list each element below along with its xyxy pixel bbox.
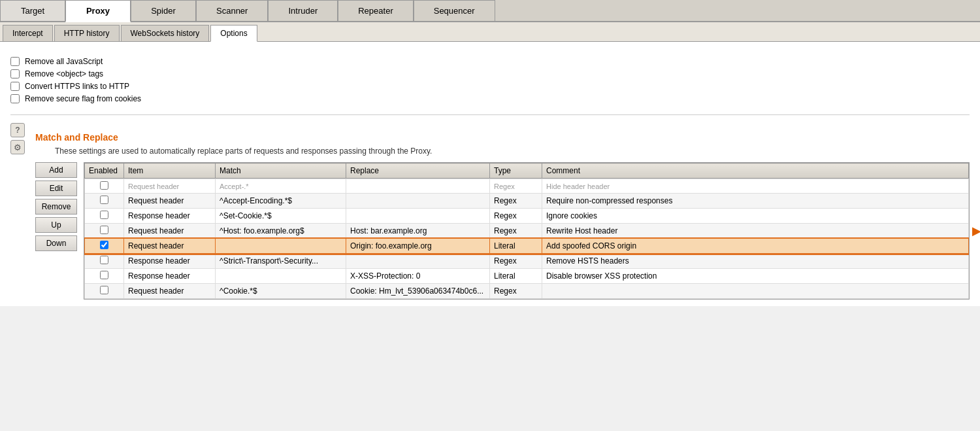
cell-type: Regex: [490, 254, 542, 269]
main-content: Remove all JavaScript Remove <object> ta…: [0, 42, 980, 306]
table-row-selected[interactable]: Request header Origin: foo.example.org L…: [85, 239, 969, 254]
cell-replace: [346, 194, 490, 209]
tab-scanner[interactable]: Scanner: [196, 0, 268, 21]
checkbox-convert-https-row: Convert HTTPS links to HTTP: [10, 82, 970, 91]
cell-comment: Rewrite Host header: [542, 224, 969, 239]
cell-enabled: [85, 269, 124, 284]
cell-match: [216, 269, 346, 284]
checkbox-row3[interactable]: [100, 241, 108, 249]
subtab-intercept[interactable]: Intercept: [3, 25, 53, 41]
col-header-enabled: Enabled: [85, 164, 124, 179]
checkbox-row6[interactable]: [100, 286, 108, 294]
checkbox-convert-https-label: Convert HTTPS links to HTTP: [25, 82, 129, 91]
subtab-websockets-history[interactable]: WebSockets history: [121, 25, 210, 41]
table-row[interactable]: Request header ^Host: foo.example.org$ H…: [85, 224, 969, 239]
cell-enabled: [85, 224, 124, 239]
cell-match: ^Host: foo.example.org$: [216, 224, 346, 239]
cell-enabled: [85, 179, 124, 194]
cell-match: ^Strict\-Transport\-Security...: [216, 254, 346, 269]
cell-replace: [346, 209, 490, 224]
tab-proxy[interactable]: Proxy: [65, 0, 131, 22]
tab-spider[interactable]: Spider: [131, 0, 196, 21]
tab-sequencer[interactable]: Sequencer: [414, 0, 495, 21]
col-header-type: Type: [490, 164, 542, 179]
checkbox-remove-js[interactable]: [10, 57, 20, 66]
cell-enabled: [85, 194, 124, 209]
up-button[interactable]: Up: [35, 217, 77, 233]
cell-enabled: [85, 209, 124, 224]
cell-comment: Ignore cookies: [542, 209, 969, 224]
sub-tab-bar: Intercept HTTP history WebSockets histor…: [0, 22, 980, 42]
section-description: These settings are used to automatically…: [55, 147, 970, 156]
down-button[interactable]: Down: [35, 235, 77, 251]
cell-comment: Hide header header: [542, 179, 969, 194]
table-row[interactable]: Response header X-XSS-Protection: 0 Lite…: [85, 269, 969, 284]
cell-item: Request header: [124, 179, 216, 194]
cell-match: ^Set-Cookie.*$: [216, 209, 346, 224]
remove-button[interactable]: Remove: [35, 199, 77, 215]
table-row[interactable]: Response header ^Strict\-Transport\-Secu…: [85, 254, 969, 269]
col-header-match: Match: [216, 164, 346, 179]
checkbox-row4[interactable]: [100, 256, 108, 264]
cell-replace: Host: bar.example.org: [346, 224, 490, 239]
checkbox-remove-secure-label: Remove secure flag from cookies: [25, 94, 141, 103]
add-button[interactable]: Add: [35, 162, 77, 178]
cell-replace: X-XSS-Protection: 0: [346, 269, 490, 284]
subtab-http-history[interactable]: HTTP history: [54, 25, 120, 41]
checkbox-partial[interactable]: [100, 181, 108, 190]
col-header-replace: Replace: [346, 164, 490, 179]
table-row-partial[interactable]: Request header Accept-.* Regex Hide head…: [85, 179, 969, 194]
checkbox-row5[interactable]: [100, 271, 108, 279]
table-row[interactable]: Request header ^Cookie.*$ Cookie: Hm_lvt…: [85, 284, 969, 299]
cell-type: Regex: [490, 194, 542, 209]
cell-comment: [542, 284, 969, 299]
tab-target[interactable]: Target: [0, 0, 65, 21]
edit-button[interactable]: Edit: [35, 181, 77, 196]
cell-type: Regex: [490, 179, 542, 194]
cell-item: Request header: [124, 284, 216, 299]
cell-comment: Disable browser XSS protection: [542, 269, 969, 284]
checkbox-row0[interactable]: [100, 196, 108, 204]
checkbox-row1[interactable]: [100, 211, 108, 219]
checkbox-remove-object-label: Remove <object> tags: [25, 69, 103, 78]
match-replace-table-wrapper: Enabled Item Match Replace Type Comment: [84, 162, 970, 300]
cell-item: Request header: [124, 239, 216, 254]
cell-comment: Remove HSTS headers: [542, 254, 969, 269]
checkbox-remove-js-row: Remove all JavaScript: [10, 57, 970, 66]
checkbox-section: Remove all JavaScript Remove <object> ta…: [10, 48, 970, 115]
tab-intruder[interactable]: Intruder: [268, 0, 338, 21]
top-tab-bar: Target Proxy Spider Scanner Intruder Rep…: [0, 0, 980, 22]
gear-icon[interactable]: ⚙: [10, 140, 25, 154]
match-replace-table: Enabled Item Match Replace Type Comment: [84, 163, 969, 179]
cell-comment: Require non-compressed responses: [542, 194, 969, 209]
scroll-right-arrow[interactable]: ▶: [972, 224, 980, 238]
cell-type: Regex: [490, 224, 542, 239]
cell-type: Regex: [490, 209, 542, 224]
table-row[interactable]: Request header ^Accept-Encoding.*$ Regex…: [85, 194, 969, 209]
match-replace-table-body: Request header Accept-.* Regex Hide head…: [84, 179, 969, 299]
checkbox-row2[interactable]: [100, 226, 108, 234]
checkbox-remove-object[interactable]: [10, 69, 20, 78]
table-row[interactable]: Response header ^Set-Cookie.*$ Regex Ign…: [85, 209, 969, 224]
cell-type: Regex: [490, 284, 542, 299]
cell-enabled: [85, 239, 124, 254]
table-scroll-area[interactable]: Request header Accept-.* Regex Hide head…: [84, 179, 969, 299]
tab-repeater[interactable]: Repeater: [338, 0, 413, 21]
checkbox-remove-secure-row: Remove secure flag from cookies: [10, 94, 970, 103]
cell-replace: [346, 254, 490, 269]
action-buttons: Add Edit Remove Up Down: [35, 162, 77, 300]
checkbox-convert-https[interactable]: [10, 82, 20, 91]
cell-replace: [346, 179, 490, 194]
cell-item: Response header: [124, 209, 216, 224]
cell-item: Response header: [124, 269, 216, 284]
help-icon[interactable]: ?: [10, 123, 25, 137]
cell-item: Response header: [124, 254, 216, 269]
checkbox-remove-object-row: Remove <object> tags: [10, 69, 970, 78]
checkbox-remove-js-label: Remove all JavaScript: [25, 57, 103, 66]
subtab-options[interactable]: Options: [210, 25, 257, 42]
cell-type: Literal: [490, 269, 542, 284]
col-header-comment: Comment: [542, 164, 969, 179]
cell-comment: Add spoofed CORS origin: [542, 239, 969, 254]
section-title: Match and Replace: [35, 132, 118, 143]
checkbox-remove-secure[interactable]: [10, 94, 20, 103]
